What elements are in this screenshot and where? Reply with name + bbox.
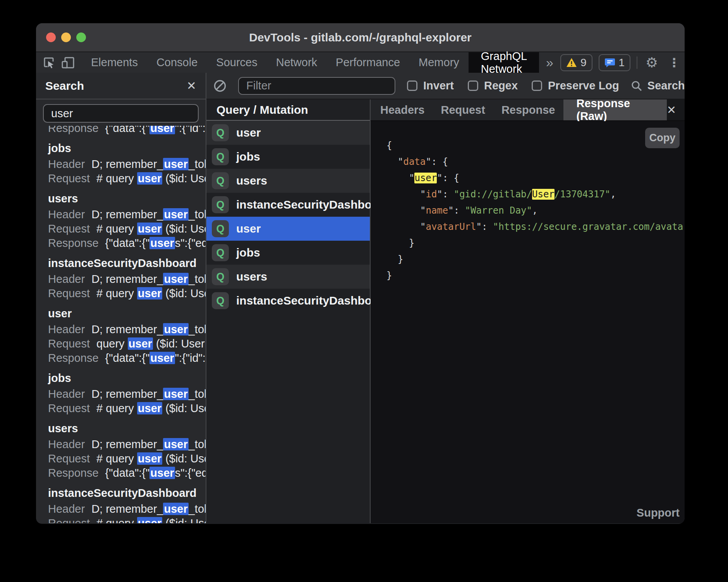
network-filter-bar: InvertRegexPreserve Log Search [206, 73, 685, 99]
filter-input[interactable] [238, 77, 395, 95]
search-result-line[interactable]: HeaderD; remember_user_token=e [48, 387, 206, 401]
search-result-line[interactable]: HeaderD; remember_user_token=e [48, 157, 206, 171]
search-result-text: D; remember_ [91, 503, 163, 515]
search-result-line[interactable]: Request# query user ($id: UserI [48, 401, 206, 416]
query-list-item[interactable]: Quser [206, 217, 370, 241]
query-list-item[interactable]: Quser [206, 121, 370, 145]
maximize-window-button[interactable] [76, 33, 86, 42]
tab-response-raw[interactable]: Response (Raw) [563, 99, 667, 120]
preserve-log-checkbox[interactable] [532, 80, 542, 91]
copy-button[interactable]: Copy [645, 128, 680, 148]
search-result-title[interactable]: instanceSecurityDashboard [48, 256, 206, 270]
search-result-line[interactable]: Requestquery user ($id: UserI [48, 337, 206, 351]
search-result-line[interactable]: HeaderD; remember_user_token=e [48, 437, 206, 452]
search-match-highlight: user [137, 517, 162, 523]
search-result-line[interactable]: Request# query user ($id: UserI [48, 516, 206, 523]
search-result-line-label: Header [48, 388, 85, 400]
response-detail-panel: HeadersRequestResponse Response (Raw) ✕ … [371, 99, 685, 523]
close-search-panel-icon[interactable]: ✕ [187, 80, 196, 92]
search-result-text: # query [96, 402, 137, 414]
query-type-badge: Q [212, 196, 229, 213]
tab-sources[interactable]: Sources [207, 52, 266, 73]
search-result-title[interactable]: user [48, 306, 206, 321]
search-result-title[interactable]: users [48, 192, 206, 206]
search-result-text: _token=e [189, 273, 206, 285]
search-result-title[interactable]: jobs [48, 371, 206, 385]
tab-graphql-network[interactable]: GraphQL Network [469, 52, 539, 73]
search-result-text: ($id: UserI [162, 223, 206, 235]
query-list-item[interactable]: Qjobs [206, 145, 370, 169]
json-match-highlight: User [532, 189, 555, 200]
query-list-item[interactable]: QinstanceSecurityDashboard [206, 193, 370, 217]
more-tabs-chevron-icon[interactable]: » [539, 52, 560, 73]
tab-request[interactable]: Request [433, 99, 493, 120]
search-result-title[interactable]: instanceSecurityDashboard [48, 486, 206, 500]
search-result-line[interactable]: Request# query user ($id: UserI [48, 171, 206, 186]
query-type-badge: Q [212, 220, 229, 237]
search-result-text: _token=e [189, 438, 206, 450]
regex-checkbox[interactable] [468, 80, 478, 91]
tab-memory[interactable]: Memory [409, 52, 469, 73]
search-result-line[interactable]: HeaderD; remember_user_token=e [48, 272, 206, 286]
search-match-highlight: user [149, 237, 175, 249]
search-result-line-label: Header [48, 438, 85, 450]
inspect-element-icon[interactable] [41, 55, 57, 71]
search-match-highlight: user [149, 126, 175, 134]
search-input[interactable] [43, 104, 199, 123]
response-raw-content[interactable]: Copy {"data": {"user": {"id": "gid://git… [371, 121, 685, 523]
search-result-line-label: Request [48, 223, 90, 235]
device-toolbar-icon[interactable] [60, 55, 76, 71]
search-result-line[interactable]: Response{"data":{"users":{"edges [48, 236, 206, 250]
settings-gear-icon[interactable]: ⚙ [644, 55, 660, 71]
devtools-window: DevTools - gitlab.com/-/graphql-explorer… [36, 23, 685, 524]
json-token: /13704317" [555, 189, 611, 200]
search-result-line-label: Request [48, 337, 90, 350]
search-match-highlight: user [149, 352, 175, 364]
search-result-text: ($id: UserI [162, 287, 206, 300]
search-result-line[interactable]: Request# query user ($id: UserI [48, 286, 206, 301]
tab-console[interactable]: Console [147, 52, 207, 73]
json-line: "data": { [386, 154, 685, 170]
search-result-section: Response{"data":{"user":{"id":"gid [48, 126, 206, 135]
json-token: " [409, 173, 414, 183]
close-detail-icon[interactable]: ✕ [667, 99, 685, 120]
search-control-label: Search [647, 79, 685, 92]
support-link[interactable]: Support [637, 507, 680, 519]
search-result-line[interactable]: Request# query user ($id: UserI [48, 452, 206, 466]
minimize-window-button[interactable] [61, 33, 71, 42]
search-result-line[interactable]: Response{"data":{"users":{"edges [48, 466, 206, 480]
kebab-menu-icon[interactable]: ⋮ [666, 55, 682, 71]
tab-performance[interactable]: Performance [326, 52, 409, 73]
query-list-item[interactable]: Qusers [206, 265, 370, 289]
issues-badge[interactable]: 1 [599, 54, 631, 71]
search-result-text: {"data":{" [105, 237, 150, 249]
tab-headers[interactable]: Headers [372, 99, 433, 120]
tab-network[interactable]: Network [267, 52, 326, 73]
search-result-line[interactable]: HeaderD; remember_user_token=e [48, 322, 206, 337]
search-result-line-label: Header [48, 273, 85, 285]
query-list-item[interactable]: Qjobs [206, 241, 370, 265]
query-list-item[interactable]: QinstanceSecurityDashboard [206, 289, 370, 313]
close-window-button[interactable] [46, 33, 56, 42]
query-list-item[interactable]: Qusers [206, 169, 370, 193]
search-result-text: _token=e [189, 208, 206, 221]
search-result-text: # query [96, 452, 137, 465]
search-result-title[interactable]: users [48, 421, 206, 436]
search-result-line[interactable]: Response{"data":{"user":{"id":"gid [48, 351, 206, 365]
search-result-line[interactable]: HeaderD; remember_user_token=e [48, 207, 206, 222]
search-result-line[interactable]: HeaderD; remember_user_token=e [48, 502, 206, 516]
invert-checkbox[interactable] [407, 80, 417, 91]
clear-block-icon[interactable] [213, 78, 227, 94]
warnings-badge[interactable]: 9 [560, 54, 592, 71]
tab-elements[interactable]: Elements [82, 52, 147, 73]
search-result-title[interactable]: jobs [48, 141, 206, 156]
search-result-line[interactable]: Request# query user ($id: UserI [48, 222, 206, 236]
search-result-text: ":{"id":"gid [175, 126, 206, 134]
search-results-list[interactable]: Response{"data":{"user":{"id":"gidjobsHe… [36, 126, 206, 523]
network-search-control[interactable]: Search [631, 79, 685, 92]
query-list-item-label: instanceSecurityDashboard [236, 198, 390, 211]
tab-response[interactable]: Response [493, 99, 563, 120]
search-icon [631, 80, 642, 92]
json-token: : [431, 156, 443, 167]
search-result-line[interactable]: Response{"data":{"user":{"id":"gid [48, 126, 206, 135]
